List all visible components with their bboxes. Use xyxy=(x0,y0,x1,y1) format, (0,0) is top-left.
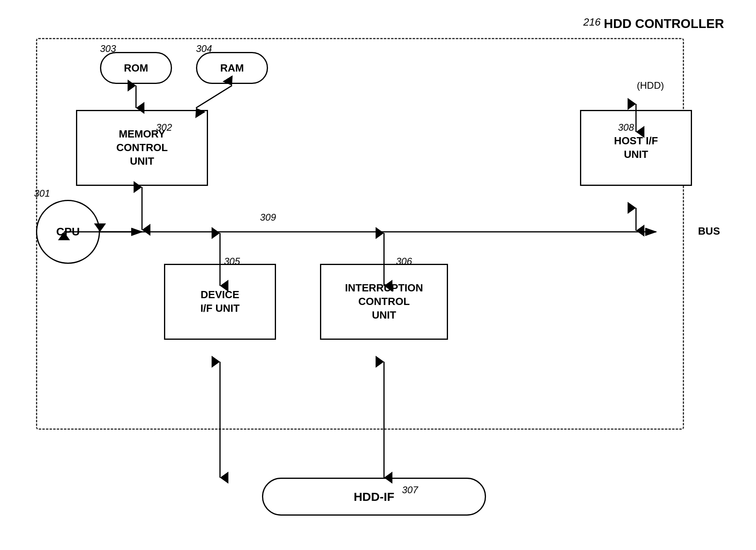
rom-ref: 303 xyxy=(100,43,116,54)
cpu-ref: 301 xyxy=(34,188,50,199)
icu-ref: 306 xyxy=(396,256,412,267)
ram-ref: 304 xyxy=(196,43,212,54)
device-box: DEVICEI/F UNIT xyxy=(164,264,276,340)
controller-box xyxy=(36,38,684,430)
device-ref: 305 xyxy=(224,256,240,267)
mcu-ref: 302 xyxy=(156,122,172,133)
rom-box: ROM xyxy=(100,52,172,84)
hdd-label: (HDD) xyxy=(637,80,664,91)
cpu-box: CPU xyxy=(36,200,100,264)
hddif-box: HDD-IF xyxy=(262,478,486,516)
icu-box: INTERRUPTIONCONTROLUNIT xyxy=(320,264,448,340)
controller-ref: 216 xyxy=(583,16,600,28)
ram-box: RAM xyxy=(196,52,268,84)
controller-label: HDD CONTROLLER xyxy=(604,16,724,31)
hddif-ref: 307 xyxy=(402,484,418,496)
host-box: HOST I/FUNIT xyxy=(580,110,692,186)
bus-ref: 309 xyxy=(260,212,276,223)
host-ref: 308 xyxy=(618,122,634,133)
bus-label: BUS xyxy=(698,225,720,237)
mcu-box: MEMORYCONTROLUNIT xyxy=(76,110,208,186)
diagram-container: 216 HDD CONTROLLER ROM 303 RAM 304 MEMOR… xyxy=(24,16,724,536)
